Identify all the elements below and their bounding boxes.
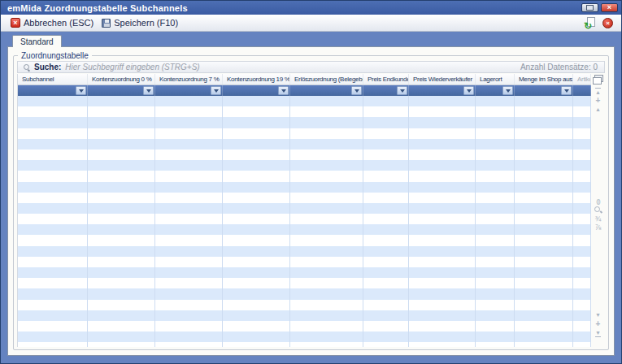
table-row[interactable] xyxy=(18,139,591,150)
column-header-menge-im-shop-aus[interactable]: Menge im Shop aus xyxy=(515,74,573,84)
maximize-button[interactable] xyxy=(581,3,598,12)
scale-b-icon[interactable] xyxy=(593,223,604,232)
table-row[interactable] xyxy=(18,117,591,128)
table-cell xyxy=(223,246,290,257)
tab-standard[interactable]: Standard xyxy=(12,35,62,47)
table-row[interactable] xyxy=(18,321,591,332)
search-icon xyxy=(23,63,31,72)
table-cell xyxy=(18,106,88,117)
table-cell xyxy=(88,139,155,150)
filter-dropdown-kontenzuordnung-7[interactable] xyxy=(211,86,221,95)
table-row[interactable] xyxy=(18,342,591,347)
table-cell xyxy=(476,278,515,288)
filter-dropdown-preis-endkunde[interactable] xyxy=(397,86,407,95)
table-row[interactable] xyxy=(18,171,591,181)
table-cell xyxy=(155,257,223,267)
column-header-kontenzuordnung-19[interactable]: Kontenzuordnung 19 % xyxy=(223,74,290,84)
append-row-icon[interactable] xyxy=(593,319,604,328)
filter-cell-kontenzuordnung-0[interactable] xyxy=(88,85,155,96)
table-row[interactable] xyxy=(18,96,591,106)
filter-cell-lagerort[interactable] xyxy=(476,85,515,96)
table-cell xyxy=(573,224,591,235)
table-row[interactable] xyxy=(18,182,591,193)
table-row[interactable] xyxy=(18,267,591,278)
table-cell xyxy=(476,193,515,203)
scroll-up-icon[interactable] xyxy=(593,105,604,114)
table-cell xyxy=(515,321,573,332)
refresh-icon[interactable]: ↻ xyxy=(584,17,596,29)
table-row[interactable] xyxy=(18,203,591,214)
filter-dropdown-lagerort[interactable] xyxy=(502,86,513,95)
table-cell xyxy=(155,193,223,203)
table-cell xyxy=(363,171,409,181)
scroll-down-icon[interactable] xyxy=(593,310,604,319)
table-row[interactable] xyxy=(18,246,591,257)
table-cell xyxy=(573,203,591,214)
table-row[interactable] xyxy=(18,224,591,235)
filter-cell-kontenzuordnung-7[interactable] xyxy=(155,85,223,96)
table-row[interactable] xyxy=(18,193,591,203)
filter-dropdown-subchannel[interactable] xyxy=(76,86,86,95)
scroll-to-top-icon[interactable] xyxy=(593,87,604,96)
best-fit-icon[interactable] xyxy=(593,197,604,206)
table-row[interactable] xyxy=(18,332,591,342)
column-chooser-icon[interactable] xyxy=(593,75,604,84)
table-row[interactable] xyxy=(18,150,591,160)
column-header-artikel[interactable]: Artikel xyxy=(573,74,591,84)
side-icons-bottom xyxy=(593,310,604,337)
search-icon[interactable] xyxy=(593,206,604,214)
table-row[interactable] xyxy=(18,300,591,310)
table-row[interactable] xyxy=(18,235,591,245)
filter-cell-subchannel[interactable] xyxy=(18,85,88,96)
column-header-preis-wiederverk-ufer[interactable]: Preis Wiederverkäufer xyxy=(409,74,476,84)
table-cell xyxy=(573,128,591,139)
table-row[interactable] xyxy=(18,310,591,321)
table-cell xyxy=(155,224,223,235)
table-row[interactable] xyxy=(18,278,591,288)
cancel-circle-icon[interactable]: × xyxy=(602,18,613,28)
table-cell xyxy=(363,96,409,106)
save-f10-button[interactable]: Speichern (F10) xyxy=(98,16,183,29)
table-row[interactable] xyxy=(18,288,591,299)
table-row[interactable] xyxy=(18,160,591,171)
table-cell xyxy=(290,224,363,235)
side-icons-top xyxy=(593,87,604,114)
column-header-kontenzuordnung-7[interactable]: Kontenzuordnung 7 % xyxy=(155,74,223,84)
filter-cell-preis-endkunde[interactable] xyxy=(363,85,409,96)
close-button[interactable]: × xyxy=(601,3,618,12)
filter-cell-menge-im-shop-aus[interactable] xyxy=(515,85,573,96)
table-cell xyxy=(290,160,363,171)
table-cell xyxy=(88,310,155,321)
table-row[interactable] xyxy=(18,257,591,267)
filter-cell-kontenzuordnung-19[interactable] xyxy=(223,85,290,96)
table-cell xyxy=(88,257,155,267)
table-cell xyxy=(88,300,155,310)
table-row[interactable] xyxy=(18,128,591,139)
tab-strip: Standard xyxy=(7,34,615,46)
save-f10-label: Speichern (F10) xyxy=(114,18,178,28)
filter-dropdown-kontenzuordnung-19[interactable] xyxy=(278,86,289,95)
scroll-to-bottom-icon[interactable] xyxy=(593,328,604,337)
column-header-kontenzuordnung-0[interactable]: Kontenzuordnung 0 % xyxy=(88,74,155,84)
filter-dropdown-menge-im-shop-aus[interactable] xyxy=(561,86,572,95)
table-row[interactable] xyxy=(18,214,591,224)
filter-cell-erl-szuordnung-belegebene[interactable] xyxy=(290,85,363,96)
search-input[interactable] xyxy=(65,63,520,72)
cancel-esc-button[interactable]: × Abbrechen (ESC) xyxy=(7,16,98,29)
column-header-erl-szuordnung-belegebene[interactable]: Erlöszuordnung (Belegebene) xyxy=(290,74,363,84)
filter-cell-artikel[interactable] xyxy=(573,85,591,96)
append-row-icon[interactable] xyxy=(593,96,604,105)
table-row[interactable] xyxy=(18,106,591,117)
column-header-subchannel[interactable]: Subchannel xyxy=(18,74,88,84)
table-cell xyxy=(223,117,290,128)
filter-dropdown-kontenzuordnung-0[interactable] xyxy=(143,86,154,95)
filter-dropdown-erl-szuordnung-belegebene[interactable] xyxy=(351,86,362,95)
table-cell xyxy=(573,288,591,299)
table-cell xyxy=(515,96,573,106)
column-header-preis-endkunde[interactable]: Preis Endkunde xyxy=(363,74,409,84)
filter-dropdown-preis-wiederverk-ufer[interactable] xyxy=(463,86,474,95)
scale-a-icon[interactable] xyxy=(593,214,604,223)
column-header-lagerort[interactable]: Lagerort xyxy=(476,74,515,84)
filter-cell-preis-wiederverk-ufer[interactable] xyxy=(409,85,476,96)
table-cell xyxy=(155,246,223,257)
